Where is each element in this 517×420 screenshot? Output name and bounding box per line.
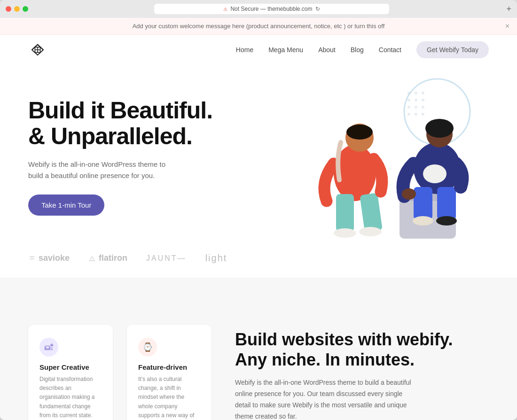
nav-links: Home Mega Menu About Blog Contact Get We… <box>236 41 489 58</box>
section-divider <box>0 278 517 306</box>
svg-point-5 <box>422 92 424 94</box>
features-headline: Build websites with webify. Any niche. I… <box>235 329 489 370</box>
hero-illustration <box>254 65 498 243</box>
logo-flatiron: flatiron <box>88 253 127 263</box>
svg-point-8 <box>422 99 424 101</box>
nav-blog[interactable]: Blog <box>351 46 364 54</box>
hero-section: Build it Beautiful. & Unparalleled. Webi… <box>0 65 517 243</box>
close-button[interactable] <box>6 6 11 12</box>
nav-about[interactable]: About <box>318 46 336 54</box>
svg-point-4 <box>415 92 417 94</box>
hero-cta-button[interactable]: Take 1-min Tour <box>28 194 104 216</box>
minimize-button[interactable] <box>14 6 20 12</box>
nav-mega-menu[interactable]: Mega Menu <box>268 46 303 54</box>
svg-point-7 <box>415 99 417 101</box>
svg-point-24 <box>436 216 457 226</box>
svg-point-3 <box>407 92 410 94</box>
address-bar[interactable]: ⚠ Not Secure — themebubble.com ↻ <box>154 4 389 14</box>
logo-jaunt: JAUNT— <box>146 254 187 263</box>
svg-point-11 <box>422 106 424 109</box>
website-content: Add your custom welcome message here (pr… <box>0 18 517 420</box>
svg-rect-30 <box>360 193 383 233</box>
feature-card2-desc: It's also a cultural change, a shift in … <box>138 375 200 420</box>
partner-logos: savioke flatiron JAUNT— light <box>0 243 517 278</box>
browser-window: ⚠ Not Secure — themebubble.com ↻ + Add y… <box>0 0 517 420</box>
feature-card1-title: Super Creative <box>39 363 102 371</box>
hero-description: Webify is the all-in-one WordPress theme… <box>28 159 169 181</box>
hero-text: Build it Beautiful. & Unparalleled. Webi… <box>28 98 226 216</box>
svg-point-6 <box>407 99 410 101</box>
feature-card1-desc: Digital transformation describes an orga… <box>39 375 102 420</box>
svg-point-31 <box>334 228 356 238</box>
maximize-button[interactable] <box>23 6 28 12</box>
svg-point-25 <box>402 188 416 200</box>
svg-point-9 <box>407 106 410 109</box>
svg-point-14 <box>422 113 424 116</box>
logo-light: light <box>205 253 227 264</box>
svg-point-12 <box>407 113 410 116</box>
svg-point-19 <box>425 119 454 138</box>
hero-svg <box>254 65 498 243</box>
svg-rect-22 <box>437 187 456 220</box>
reload-icon[interactable]: ↻ <box>315 6 320 12</box>
notice-close-button[interactable]: × <box>505 22 509 31</box>
svg-point-20 <box>423 164 446 183</box>
svg-rect-29 <box>336 194 354 232</box>
notice-bar: Add your custom welcome message here (pr… <box>0 18 517 35</box>
svg-point-23 <box>413 216 433 226</box>
svg-rect-21 <box>414 187 432 220</box>
traffic-lights <box>6 6 28 12</box>
url-text: Not Secure — themebubble.com <box>230 6 312 12</box>
features-text-block: Build websites with webify. Any niche. I… <box>226 325 489 420</box>
nav-home[interactable]: Home <box>236 46 253 54</box>
svg-point-10 <box>415 106 417 109</box>
feature-card-driven: ⌚ Feature-driven It's also a cultural ch… <box>127 325 212 420</box>
security-icon: ⚠ <box>223 7 227 12</box>
logo-savioke: savioke <box>28 253 70 263</box>
main-nav: Home Mega Menu About Blog Contact Get We… <box>0 35 517 65</box>
site-logo[interactable] <box>28 43 47 57</box>
features-section: 🛋 Super Creative Digital transformation … <box>0 306 517 420</box>
hero-headline: Build it Beautiful. & Unparalleled. <box>28 98 226 149</box>
svg-point-32 <box>359 227 382 236</box>
driven-icon: ⌚ <box>138 338 157 357</box>
new-tab-button[interactable]: + <box>506 5 511 13</box>
logo-svg <box>28 43 47 57</box>
features-description: Webify is the all-in-one WordPress theme… <box>235 377 414 420</box>
svg-point-28 <box>346 124 373 140</box>
title-bar: ⚠ Not Secure — themebubble.com ↻ + <box>0 0 517 18</box>
get-webify-button[interactable]: Get Webify Today <box>416 41 489 58</box>
creative-icon: 🛋 <box>39 338 58 357</box>
svg-point-13 <box>415 113 417 116</box>
notice-text: Add your custom welcome message here (pr… <box>133 23 385 30</box>
nav-contact[interactable]: Contact <box>379 46 401 54</box>
feature-card-creative: 🛋 Super Creative Digital transformation … <box>28 325 113 420</box>
feature-card2-title: Feature-driven <box>138 363 200 371</box>
